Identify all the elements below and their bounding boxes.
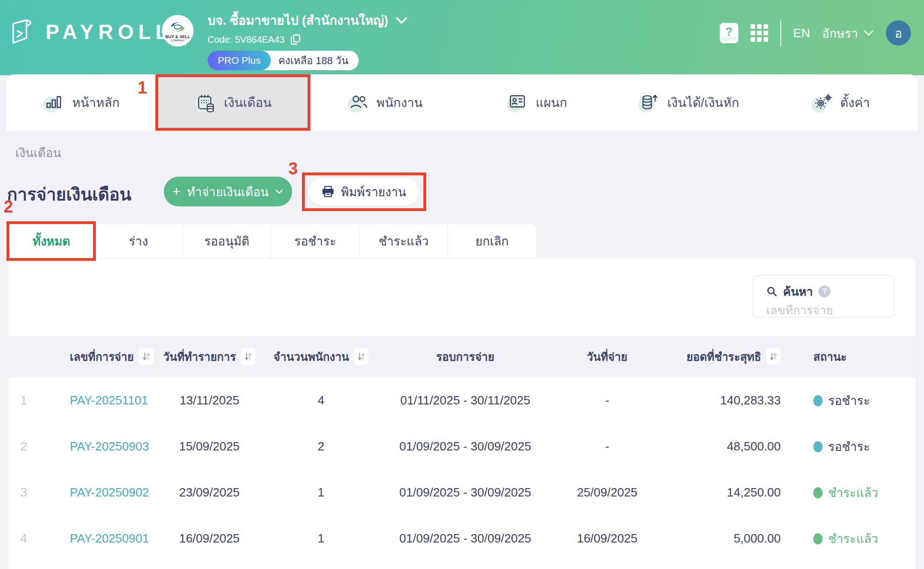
nav-item-home[interactable]: หน้าหลัก [7, 74, 158, 131]
pay-period: 01/09/2025 - 30/09/2025 [382, 531, 549, 546]
company-code-row: Code: 5V864EA43 [208, 34, 408, 45]
status-badge: ชำระแล้ว [828, 483, 878, 502]
col-pay-period: รอบการจ่าย [382, 348, 549, 366]
language-switcher[interactable]: EN [793, 26, 810, 40]
status-dot-icon [813, 533, 823, 544]
table-row[interactable]: 4 PAY-20250901 16/09/2025 1 01/09/2025 -… [8, 516, 916, 562]
status-badge: ชำระแล้ว [828, 529, 878, 548]
table-row[interactable]: 2 PAY-20250903 15/09/2025 2 01/09/2025 -… [8, 423, 916, 470]
create-payroll-label: ทำจ่ายเงินเดือน [187, 182, 268, 201]
app-header: PAYROLL BUY & SELL COMPANY บจ. ซื้อมาขาย… [0, 0, 924, 75]
payment-id-link[interactable]: PAY-20251101 [39, 393, 158, 408]
col-net-amount: ยอดที่ชำระสุทธิ [665, 348, 791, 366]
header-divider [780, 20, 781, 46]
coins-up-icon [640, 93, 661, 112]
sort-icon[interactable] [241, 348, 255, 365]
nav-item-settings[interactable]: ตั้งค่า [766, 74, 917, 131]
search-help-icon[interactable]: ? [818, 285, 830, 298]
tab-paid[interactable]: ชำระแล้ว [360, 224, 448, 258]
nav-label: แผนก [536, 93, 567, 112]
status-cell: รอชำระ [791, 437, 916, 456]
payment-id-link[interactable]: PAY-20250903 [39, 439, 158, 454]
chevron-down-icon [395, 17, 408, 24]
employee-count: 2 [261, 439, 382, 454]
pay-period: 01/09/2025 - 30/09/2025 [382, 439, 549, 454]
status-badge: รอชำระ [828, 391, 870, 410]
col-pay-date: วันที่จ่าย [549, 348, 665, 366]
company-logo: BUY & SELL COMPANY [162, 15, 194, 46]
breadcrumb[interactable]: เงินเดือน [15, 143, 61, 162]
nav-item-employees[interactable]: พนักงาน [310, 74, 462, 131]
created-date: 16/09/2025 [158, 531, 261, 546]
copy-icon[interactable] [290, 34, 301, 45]
sort-icon[interactable] [139, 348, 154, 365]
nav-label: ตั้งค่า [840, 93, 870, 112]
chevron-down-icon [275, 189, 283, 194]
plan-pill: PRO Plus คงเหลือ 188 วัน [208, 51, 359, 70]
payroll-list-card: ค้นหา ? เลขที่การจ่าย วันที่ทำรายการ จำน… [8, 258, 916, 569]
help-book-icon[interactable]: ? [720, 23, 738, 43]
row-number: 4 [8, 531, 39, 546]
search-input[interactable] [766, 304, 883, 317]
search-label: ค้นหา [783, 282, 813, 301]
company-logo-subtext: COMPANY [171, 39, 185, 42]
payroll-logo-icon [8, 18, 37, 46]
main-nav: หน้าหลัก เงินเดือน [7, 74, 917, 131]
sort-icon[interactable] [354, 348, 368, 365]
company-block: BUY & SELL COMPANY บจ. ซื้อมาขายไป (สำนั… [162, 8, 408, 70]
user-menu[interactable]: อักษรา [822, 24, 874, 43]
status-dot-icon [813, 395, 823, 406]
username: อักษรา [822, 24, 858, 43]
table-row[interactable]: 3 PAY-20250902 23/09/2025 1 01/09/2025 -… [8, 470, 916, 516]
search-label-row: ค้นหา ? [766, 282, 893, 301]
gears-icon [813, 93, 834, 112]
payment-id-link[interactable]: PAY-20250902 [39, 485, 158, 500]
nav-item-income-deductions[interactable]: เงินได้/เงินหัก [614, 74, 765, 131]
apps-grid-icon[interactable] [750, 24, 768, 42]
net-amount: 140,283.33 [665, 393, 791, 408]
print-report-button[interactable]: พิมพ์รายงาน [308, 177, 420, 206]
net-amount: 48,500.00 [665, 439, 791, 454]
tab-draft[interactable]: ร่าง [94, 224, 183, 258]
nav-item-departments[interactable]: แผนก [462, 74, 614, 131]
chevron-down-icon [864, 30, 874, 36]
create-payroll-button[interactable]: + ทำจ่ายเงินเดือน [164, 177, 292, 206]
table-row[interactable]: 1 PAY-20251101 13/11/2025 4 01/11/2025 -… [8, 377, 916, 423]
tab-pending-payment[interactable]: รอชำระ [271, 224, 360, 258]
employee-count: 1 [261, 531, 382, 546]
calendar-coins-icon [197, 93, 217, 112]
sort-icon[interactable] [766, 348, 781, 365]
avatar[interactable]: อ [886, 20, 911, 46]
created-date: 13/11/2025 [158, 393, 261, 408]
page-title: การจ่ายเงินเดือน [7, 180, 131, 208]
tab-cancelled[interactable]: ยกเลิก [448, 224, 536, 258]
pay-period: 01/11/2025 - 30/11/2025 [382, 393, 549, 408]
created-date: 15/09/2025 [158, 439, 261, 454]
print-report-label: พิมพ์รายงาน [341, 182, 406, 201]
nav-item-payroll[interactable]: เงินเดือน [158, 74, 310, 131]
header-actions: ? EN อักษรา อ [720, 20, 911, 46]
plus-icon: + [173, 185, 181, 198]
nav-label: เงินได้/เงินหัก [667, 93, 739, 112]
row-number: 1 [8, 393, 39, 408]
nav-label: หน้าหลัก [72, 93, 120, 112]
pay-date: - [549, 439, 665, 454]
net-amount: 5,000.00 [665, 531, 791, 546]
status-filter-tabs: ทั้งหมด ร่าง รออนุมัติ รอชำระ ชำระแล้ว ย… [8, 224, 536, 258]
pay-date: 25/09/2025 [549, 485, 665, 500]
net-amount: 14,250.00 [665, 485, 791, 500]
company-name: บจ. ซื้อมาขายไป (สำนักงานใหญ่) [208, 10, 388, 30]
employee-count: 1 [261, 485, 382, 500]
nav-label: พนักงาน [376, 93, 422, 112]
company-logo-text: BUY & SELL [165, 35, 190, 39]
status-cell: ชำระแล้ว [791, 529, 916, 548]
col-status: สถานะ [791, 348, 916, 366]
tab-pending-approval[interactable]: รออนุมัติ [183, 224, 271, 258]
id-card-icon [509, 93, 529, 112]
company-switcher[interactable]: บจ. ซื้อมาขายไป (สำนักงานใหญ่) [208, 10, 408, 30]
plan-remaining-days: คงเหลือ 188 วัน [278, 53, 348, 69]
plan-badge: PRO Plus [208, 51, 271, 70]
table-body: 1 PAY-20251101 13/11/2025 4 01/11/2025 -… [8, 377, 916, 562]
payment-id-link[interactable]: PAY-20250901 [39, 531, 158, 546]
tab-all[interactable]: ทั้งหมด [8, 224, 94, 258]
